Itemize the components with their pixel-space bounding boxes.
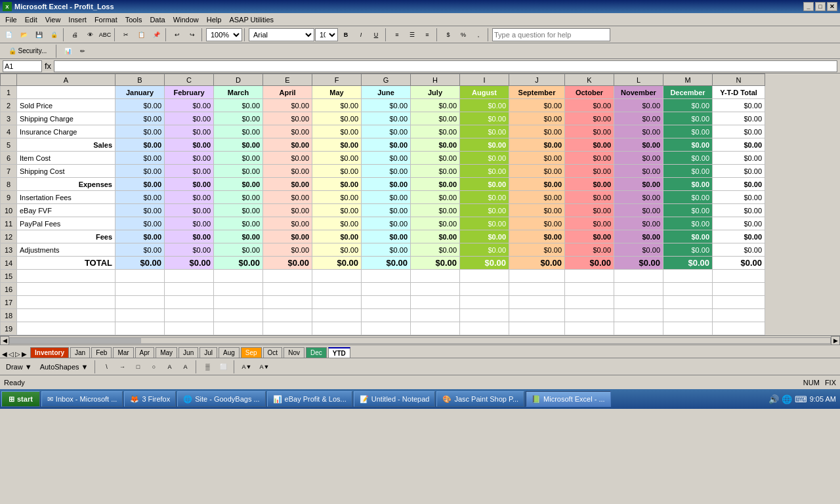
- maximize-button[interactable]: □: [815, 2, 826, 11]
- cell-H12[interactable]: $0.00: [411, 230, 460, 243]
- cell-J12[interactable]: $0.00: [509, 230, 565, 243]
- cell-empty-15-5[interactable]: [312, 270, 362, 283]
- row-num-1[interactable]: 1: [1, 86, 17, 99]
- cell-M7[interactable]: $0.00: [663, 165, 713, 178]
- align-left-button[interactable]: ≡: [390, 28, 404, 42]
- cell-K14[interactable]: $0.00: [565, 257, 614, 270]
- cell-H3[interactable]: $0.00: [411, 112, 460, 125]
- row-num-14[interactable]: 14: [1, 257, 17, 270]
- cell-D7[interactable]: $0.00: [214, 165, 263, 178]
- cell-E7[interactable]: $0.00: [263, 165, 312, 178]
- cell-D6[interactable]: $0.00: [214, 152, 263, 165]
- menu-tools[interactable]: Tools: [121, 14, 146, 25]
- cell-B3[interactable]: $0.00: [116, 112, 165, 125]
- cell-L2[interactable]: $0.00: [614, 99, 663, 112]
- cell-L11[interactable]: $0.00: [614, 217, 663, 230]
- cell-b1[interactable]: January: [116, 86, 165, 99]
- cell-N6[interactable]: $0.00: [713, 152, 765, 165]
- cell-L12[interactable]: $0.00: [614, 230, 663, 243]
- cell-N14[interactable]: $0.00: [713, 257, 765, 270]
- cell-H2[interactable]: $0.00: [411, 99, 460, 112]
- cell-empty-17-11[interactable]: [614, 296, 663, 309]
- cell-J6[interactable]: $0.00: [509, 152, 565, 165]
- cell-a13[interactable]: Adjustments: [17, 243, 116, 257]
- redo-button[interactable]: ↪: [185, 28, 200, 42]
- row-num-17[interactable]: 17: [1, 296, 17, 309]
- cell-f1[interactable]: May: [312, 86, 362, 99]
- cell-I10[interactable]: $0.00: [460, 204, 509, 217]
- cell-J2[interactable]: $0.00: [509, 99, 565, 112]
- shadow-tool[interactable]: ▒: [201, 360, 215, 374]
- cell-I14[interactable]: $0.00: [460, 257, 509, 270]
- cell-a11[interactable]: PayPal Fees: [17, 217, 116, 230]
- cell-B5[interactable]: $0.00: [116, 138, 165, 152]
- cell-empty-19-0[interactable]: [17, 322, 116, 335]
- tab-scroll-right2[interactable]: ▷: [15, 350, 20, 358]
- cell-empty-19-8[interactable]: [460, 322, 509, 335]
- textbox-tool[interactable]: A: [163, 360, 177, 374]
- cell-empty-17-10[interactable]: [565, 296, 614, 309]
- cell-B13[interactable]: $0.00: [116, 243, 165, 257]
- scroll-left-btn[interactable]: ◀: [0, 336, 9, 345]
- cell-G8[interactable]: $0.00: [362, 178, 411, 191]
- cell-empty-17-5[interactable]: [312, 296, 362, 309]
- cell-empty-17-13[interactable]: [713, 296, 765, 309]
- col-header-m[interactable]: M: [663, 74, 713, 86]
- cell-empty-17-0[interactable]: [17, 296, 116, 309]
- cell-K3[interactable]: $0.00: [565, 112, 614, 125]
- row-num-13[interactable]: 13: [1, 243, 17, 257]
- cell-a9[interactable]: Insertation Fees: [17, 191, 116, 204]
- row-num-2[interactable]: 2: [1, 99, 17, 112]
- menu-insert[interactable]: Insert: [64, 14, 91, 25]
- cell-D13[interactable]: $0.00: [214, 243, 263, 257]
- comma-button[interactable]: ,: [471, 28, 486, 42]
- col-header-l[interactable]: L: [614, 74, 663, 86]
- cell-G14[interactable]: $0.00: [362, 257, 411, 270]
- col-header-g[interactable]: G: [362, 74, 411, 86]
- cell-F7[interactable]: $0.00: [312, 165, 362, 178]
- cell-N10[interactable]: $0.00: [713, 204, 765, 217]
- help-input[interactable]: [492, 28, 610, 41]
- tab-oct[interactable]: Oct: [263, 347, 283, 358]
- bold-button[interactable]: B: [339, 28, 353, 42]
- cell-empty-15-4[interactable]: [263, 270, 312, 283]
- row-num-4[interactable]: 4: [1, 125, 17, 138]
- cell-M5[interactable]: $0.00: [663, 138, 713, 152]
- cell-C2[interactable]: $0.00: [165, 99, 214, 112]
- name-box[interactable]: [3, 60, 42, 72]
- cell-J4[interactable]: $0.00: [509, 125, 565, 138]
- cell-J8[interactable]: $0.00: [509, 178, 565, 191]
- cell-I9[interactable]: $0.00: [460, 191, 509, 204]
- tab-inventory[interactable]: Inventory: [30, 347, 69, 358]
- cell-c1[interactable]: February: [165, 86, 214, 99]
- preview-button[interactable]: 👁: [83, 28, 97, 42]
- cell-K4[interactable]: $0.00: [565, 125, 614, 138]
- cell-E9[interactable]: $0.00: [263, 191, 312, 204]
- cell-K11[interactable]: $0.00: [565, 217, 614, 230]
- cell-H14[interactable]: $0.00: [411, 257, 460, 270]
- paste-button[interactable]: 📌: [149, 28, 163, 42]
- cell-K5[interactable]: $0.00: [565, 138, 614, 152]
- cell-empty-18-9[interactable]: [509, 309, 565, 322]
- cell-F8[interactable]: $0.00: [312, 178, 362, 191]
- spell-button[interactable]: ABC: [98, 28, 112, 42]
- cell-empty-19-3[interactable]: [214, 322, 263, 335]
- cell-J13[interactable]: $0.00: [509, 243, 565, 257]
- tab-dec[interactable]: Dec: [306, 347, 327, 358]
- tab-ytd[interactable]: YTD: [328, 347, 350, 358]
- cell-n1[interactable]: Y-T-D Total: [713, 86, 765, 99]
- tab-nov[interactable]: Nov: [284, 347, 304, 358]
- cell-J14[interactable]: $0.00: [509, 257, 565, 270]
- tab-scroll-right[interactable]: ▶: [22, 350, 27, 358]
- cell-L10[interactable]: $0.00: [614, 204, 663, 217]
- cell-C3[interactable]: $0.00: [165, 112, 214, 125]
- cell-empty-19-1[interactable]: [116, 322, 165, 335]
- cell-empty-18-13[interactable]: [713, 309, 765, 322]
- open-button[interactable]: 📂: [16, 28, 31, 42]
- cell-empty-16-5[interactable]: [312, 283, 362, 296]
- cell-I7[interactable]: $0.00: [460, 165, 509, 178]
- cell-empty-16-8[interactable]: [460, 283, 509, 296]
- fontsize-select[interactable]: 10: [315, 28, 338, 41]
- task-excel[interactable]: 📗 Microsoft Excel - ...: [526, 391, 611, 407]
- cell-k1[interactable]: October: [565, 86, 614, 99]
